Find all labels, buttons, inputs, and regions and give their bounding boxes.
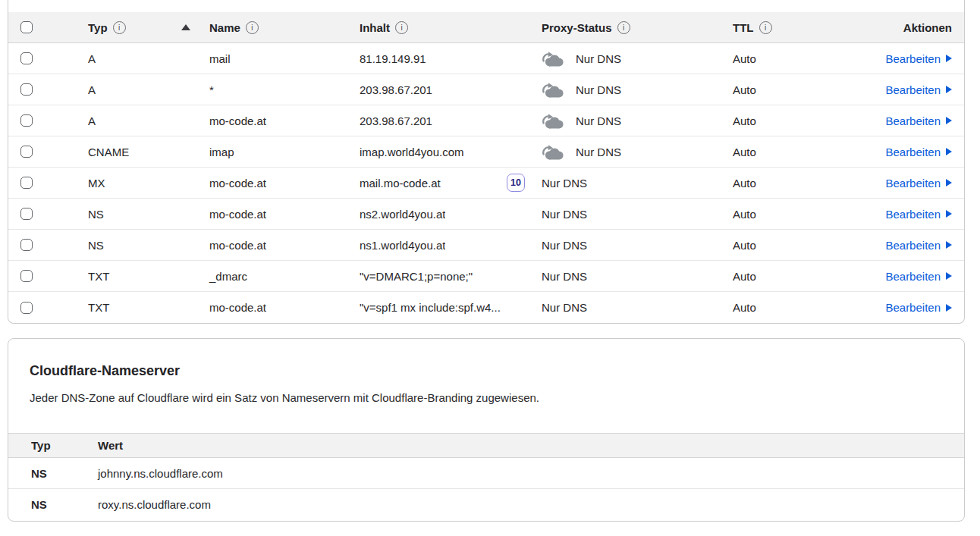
record-ttl: Auto xyxy=(733,270,756,283)
row-checkbox[interactable] xyxy=(20,83,33,96)
record-name: _dmarc xyxy=(209,270,247,283)
row-checkbox[interactable] xyxy=(20,52,33,64)
dns-only-cloud-icon xyxy=(542,51,564,67)
record-content-cell: imap.world4you.com xyxy=(360,146,542,158)
proxy-status-cell: Nur DNS xyxy=(542,239,733,252)
dns-only-cloud-icon xyxy=(542,82,564,98)
record-content-cell: "v=spf1 mx include:spf.w4... xyxy=(360,301,542,314)
row-checkbox[interactable] xyxy=(20,114,33,127)
nameserver-table-header: Typ Wert xyxy=(8,433,964,458)
col-header-typ[interactable]: Typ i xyxy=(88,21,209,34)
edit-record-label: Bearbeiten xyxy=(885,270,941,283)
caret-right-icon xyxy=(946,241,952,249)
record-content: imap.world4you.com xyxy=(360,146,464,158)
row-checkbox[interactable] xyxy=(20,239,33,251)
edit-record-link[interactable]: Bearbeiten xyxy=(885,301,952,314)
record-name-cell: _dmarc xyxy=(209,270,360,283)
nameserver-type: NS xyxy=(31,498,98,511)
info-icon[interactable]: i xyxy=(395,21,408,34)
info-icon[interactable]: i xyxy=(759,21,772,34)
col-header-ttl[interactable]: TTL i xyxy=(733,21,865,34)
row-checkbox[interactable] xyxy=(20,302,33,314)
record-ttl-cell: Auto xyxy=(733,270,865,283)
dns-only-cloud-icon xyxy=(542,113,564,129)
edit-record-link[interactable]: Bearbeiten xyxy=(885,208,952,221)
record-name: * xyxy=(209,83,214,96)
row-checkbox[interactable] xyxy=(20,146,33,158)
record-content-cell: mail.mo-code.at 10 xyxy=(360,174,542,192)
row-checkbox[interactable] xyxy=(20,177,33,189)
record-ttl: Auto xyxy=(733,208,756,221)
record-ttl: Auto xyxy=(733,177,756,190)
record-type-cell: MX xyxy=(88,177,209,190)
record-type: NS xyxy=(88,239,104,252)
dns-record-row: TXT _dmarc "v=DMARC1;p=none;" xyxy=(8,261,964,292)
record-content: 203.98.67.201 xyxy=(360,114,432,127)
dns-record-row: NS mo-code.at ns2.world4you.at xyxy=(8,199,964,230)
edit-record-link[interactable]: Bearbeiten xyxy=(885,177,952,190)
nameserver-row: NS johnny.ns.cloudflare.com xyxy=(8,458,964,489)
record-name-cell: mo-code.at xyxy=(209,177,360,190)
dns-record-row: TXT mo-code.at "v=spf1 mx include:spf.w4… xyxy=(8,292,964,323)
record-content: ns2.world4you.at xyxy=(360,208,445,221)
record-name-cell: mo-code.at xyxy=(209,239,360,252)
record-name-cell: mail xyxy=(209,52,360,65)
mx-priority-badge: 10 xyxy=(507,174,525,192)
edit-record-link[interactable]: Bearbeiten xyxy=(885,239,952,252)
col-header-proxy-status[interactable]: Proxy-Status i xyxy=(542,21,733,34)
proxy-status-label: Nur DNS xyxy=(542,177,587,190)
record-name-cell: mo-code.at xyxy=(209,114,360,127)
row-checkbox-cell xyxy=(8,146,88,158)
info-icon[interactable]: i xyxy=(113,21,126,34)
edit-record-link[interactable]: Bearbeiten xyxy=(885,83,952,96)
proxy-status-label: Nur DNS xyxy=(542,208,587,221)
record-type-cell: A xyxy=(88,52,209,65)
dns-record-row: CNAME imap imap.world4you.com xyxy=(8,136,964,168)
edit-record-link[interactable]: Bearbeiten xyxy=(885,52,952,65)
record-name-cell: * xyxy=(209,83,360,96)
record-name-cell: mo-code.at xyxy=(209,301,360,314)
row-checkbox[interactable] xyxy=(20,270,33,282)
record-content-cell: ns2.world4you.at xyxy=(360,208,542,221)
col-header-name-label: Name xyxy=(209,21,240,34)
record-ttl: Auto xyxy=(733,114,756,127)
edit-record-link[interactable]: Bearbeiten xyxy=(885,114,952,127)
edit-record-label: Bearbeiten xyxy=(885,239,941,252)
record-content: ns1.world4you.at xyxy=(360,239,445,252)
dns-record-row: A mail 81.19.149.91 xyxy=(8,43,964,74)
caret-right-icon xyxy=(946,272,952,280)
col-header-inhalt[interactable]: Inhalt i xyxy=(360,21,542,34)
record-ttl-cell: Auto xyxy=(733,301,865,314)
record-type-cell: NS xyxy=(88,208,209,221)
edit-record-link[interactable]: Bearbeiten xyxy=(885,270,952,283)
record-actions-cell: Bearbeiten xyxy=(865,301,964,314)
record-content: "v=DMARC1;p=none;" xyxy=(360,270,473,283)
record-type-cell: A xyxy=(88,114,209,127)
dns-record-row: MX mo-code.at mail.mo-code.at 10 xyxy=(8,168,964,199)
proxy-status-label: Nur DNS xyxy=(542,301,587,314)
record-type: CNAME xyxy=(88,146,129,158)
record-name: mo-code.at xyxy=(209,114,266,127)
edit-record-link[interactable]: Bearbeiten xyxy=(885,146,952,158)
col-header-proxy-label: Proxy-Status xyxy=(542,21,612,34)
ns-col-header-wert: Wert xyxy=(98,439,964,452)
nameserver-card: Cloudflare-Nameserver Jeder DNS-Zone auf… xyxy=(8,338,965,522)
col-header-aktionen: Aktionen xyxy=(865,21,964,34)
record-ttl: Auto xyxy=(733,146,756,158)
dns-record-row: A mo-code.at 203.98.67.201 xyxy=(8,105,964,136)
record-type-cell: TXT xyxy=(88,270,209,283)
select-all-checkbox[interactable] xyxy=(20,21,33,33)
record-name: mo-code.at xyxy=(209,177,266,190)
record-ttl: Auto xyxy=(733,301,756,314)
info-icon[interactable]: i xyxy=(246,21,259,34)
nameserver-card-description: Jeder DNS-Zone auf Cloudflare wird ein S… xyxy=(30,390,943,406)
record-content-cell: 81.19.149.91 xyxy=(360,52,542,65)
sort-ascending-icon[interactable] xyxy=(181,24,190,30)
row-checkbox-cell xyxy=(8,177,88,189)
proxy-status-label: Nur DNS xyxy=(576,52,621,65)
row-checkbox[interactable] xyxy=(20,208,33,220)
record-content-cell: "v=DMARC1;p=none;" xyxy=(360,270,542,283)
info-icon[interactable]: i xyxy=(617,21,630,34)
record-type-cell: CNAME xyxy=(88,146,209,158)
col-header-name[interactable]: Name i xyxy=(209,21,360,34)
